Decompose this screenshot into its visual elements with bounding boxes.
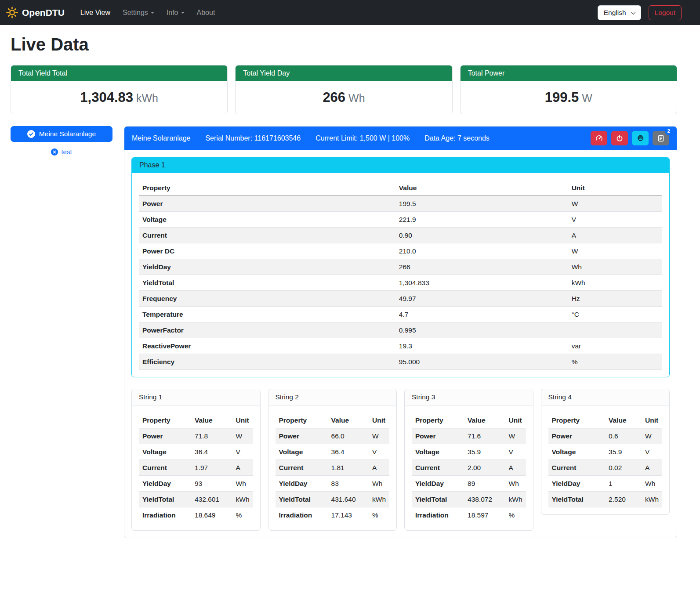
unit-cell: Wh [505,476,526,492]
string-2-card: String 2 Property Value Unit [268,389,397,531]
inverter-button-label: test [61,148,72,156]
unit-cell: kWh [642,492,662,507]
column-unit: Unit [369,412,389,428]
nav-links: Live View Settings Info About [74,5,598,20]
table-row: YieldTotal 2.520 kWh [548,492,663,507]
value-cell: 1.81 [328,460,369,476]
unit-cell: kWh [505,492,526,507]
string-title: String 3 [405,389,533,405]
total-power-card: Total Power 199.5W [460,65,677,114]
value-cell: 36.4 [191,444,232,460]
property-cell: Voltage [139,444,191,460]
card-title: Total Yield Day [236,65,452,81]
unit-cell: % [369,507,389,523]
card-unit: kWh [136,92,158,104]
inverter-button-selected[interactable]: Meine Solaranlage [11,126,112,142]
table-row: YieldDay 89 Wh [412,476,526,492]
unit-cell: kWh [232,492,253,507]
value-cell: 199.5 [395,196,568,212]
device-info-button[interactable] [632,131,649,145]
unit-cell: var [568,338,662,354]
value-cell: 93 [191,476,232,492]
unit-cell: W [232,428,253,444]
string-4-card: String 4 Property Value Unit [541,389,670,515]
value-cell: 71.6 [464,428,505,444]
table-row: Voltage 221.9 V [139,212,662,228]
table-row: Voltage 36.4 V [276,444,390,460]
limit-settings-button[interactable] [591,131,607,145]
string-title: String 2 [268,389,397,405]
power-toggle-button[interactable] [611,131,628,145]
table-row: Temperature 4.7 °C [139,307,662,322]
summary-cards-row: Total Yield Total 1,304.83kWh Total Yiel… [11,65,677,114]
property-cell: YieldTotal [139,275,395,291]
unit-cell: A [369,460,389,476]
value-cell: 71.8 [191,428,232,444]
unit-cell: Wh [568,259,662,275]
value-cell: 95.000 [395,354,568,370]
property-cell: Voltage [412,444,464,460]
value-cell: 438.072 [464,492,505,507]
brand[interactable]: OpenDTU [6,7,65,18]
table-header-row: Property Value Unit [548,412,663,428]
nav-item-info[interactable]: Info [160,5,191,20]
card-unit: Wh [348,92,365,104]
column-property: Property [276,412,328,428]
unit-cell: % [232,507,253,523]
column-unit: Unit [232,412,253,428]
column-value: Value [328,412,369,428]
nav-item-about[interactable]: About [191,5,221,20]
value-cell: 1.97 [191,460,232,476]
property-cell: YieldDay [412,476,464,492]
inverter-button-test[interactable]: test [11,148,112,156]
table-row: Frequency 49.97 Hz [139,291,662,307]
unit-cell: A [505,460,526,476]
value-cell: 17.143 [328,507,369,523]
nav-item-settings[interactable]: Settings [116,5,160,20]
table-row: Voltage 35.9 V [548,444,663,460]
caret-down-icon [181,12,185,14]
table-row: Power 71.6 W [412,428,526,444]
cpu-icon [637,134,644,142]
inverter-serial: Serial Number: 116171603546 [205,134,301,142]
unit-cell: °C [568,307,662,322]
x-circle-icon [51,148,58,156]
property-cell: Current [548,460,606,476]
table-row: Irradiation 18.649 % [139,507,253,523]
strings-row: String 1 Property Value Unit [131,389,670,531]
page-content: Live Data Total Yield Total 1,304.83kWh … [0,25,700,551]
table-row: YieldTotal 438.072 kWh [412,492,526,507]
table-row: YieldTotal 432.601 kWh [139,492,253,507]
property-cell: Irradiation [276,507,328,523]
unit-cell [568,322,662,338]
table-row: Voltage 36.4 V [139,444,253,460]
unit-cell: W [642,428,662,444]
sun-icon [6,7,18,18]
table-row: Power 0.6 W [548,428,663,444]
property-cell: Temperature [139,307,395,322]
logout-button[interactable]: Logout [649,5,682,20]
nav-item-live-view[interactable]: Live View [74,5,116,20]
event-log-button[interactable]: 2 [653,131,669,145]
string-3-card: String 3 Property Value Unit [404,389,533,531]
unit-cell: V [642,444,662,460]
unit-cell: % [505,507,526,523]
property-cell: YieldTotal [548,492,606,507]
inverter-sidebar: Meine Solaranlage test [11,126,112,156]
value-cell: 18.597 [464,507,505,523]
language-select[interactable]: English [598,5,641,20]
column-unit: Unit [642,412,662,428]
unit-cell: W [369,428,389,444]
property-cell: Power [276,428,328,444]
table-row: Current 0.02 A [548,460,663,476]
property-cell: Power DC [139,243,395,259]
unit-cell: V [369,444,389,460]
unit-cell: Hz [568,291,662,307]
value-cell: 432.601 [191,492,232,507]
unit-cell: W [568,196,662,212]
string-title: String 1 [132,389,260,405]
table-row: YieldDay 93 Wh [139,476,253,492]
table-header-row: Property Value Unit [139,180,662,196]
unit-cell: W [505,428,526,444]
unit-cell: V [505,444,526,460]
